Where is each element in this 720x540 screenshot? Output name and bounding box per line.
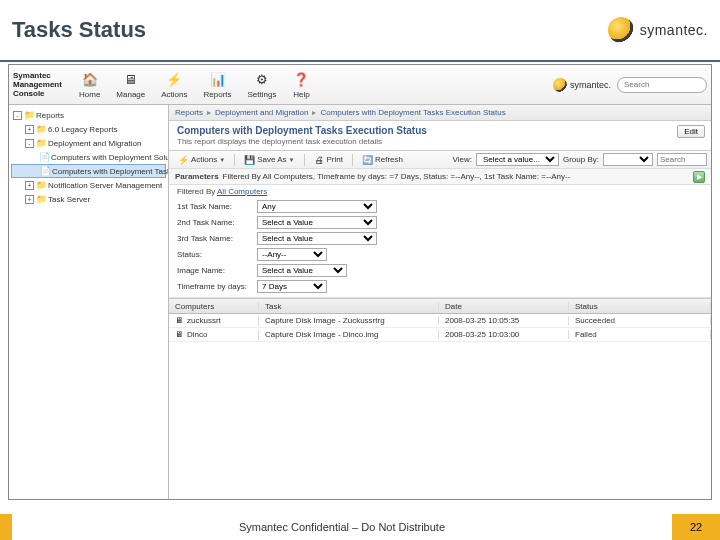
filtered-by-line: Filtered By All Computers bbox=[169, 185, 711, 198]
collapse-icon[interactable]: - bbox=[13, 111, 22, 120]
tree-leaf-deploy-solution[interactable]: 📄Computers with Deployment Solution T bbox=[11, 150, 166, 164]
folder-icon: 📁 bbox=[36, 194, 46, 204]
results-table: Computers Task Date Status 🖥zuckussrt Ca… bbox=[169, 298, 711, 342]
view-label: View: bbox=[453, 155, 472, 164]
folder-icon: 📁 bbox=[36, 138, 46, 148]
view-select[interactable]: Select a value... bbox=[476, 153, 559, 166]
status-select[interactable]: --Any-- bbox=[257, 248, 327, 261]
console-product-label: SymantecManagementConsole bbox=[13, 71, 68, 98]
chart-icon: 📊 bbox=[209, 71, 227, 89]
first-task-select[interactable]: Any bbox=[257, 200, 377, 213]
timeframe-select[interactable]: 7 Days bbox=[257, 280, 327, 293]
help-icon: ❓ bbox=[292, 71, 310, 89]
col-task[interactable]: Task bbox=[259, 302, 439, 311]
top-nav: 🏠Home 🖥Manage ⚡Actions 📊Reports ⚙Setting… bbox=[72, 68, 317, 102]
nav-home[interactable]: 🏠Home bbox=[72, 68, 107, 102]
symantec-ring-icon bbox=[608, 17, 634, 43]
param-label: 2nd Task Name: bbox=[177, 218, 257, 227]
table-row[interactable]: 🖥zuckussrt Capture Disk Image - Zuckussr… bbox=[169, 314, 711, 328]
actions-menu-button[interactable]: ⚡Actions▼ bbox=[173, 153, 230, 167]
breadcrumb-item[interactable]: Computers with Deployment Tasks Executio… bbox=[320, 108, 505, 117]
table-row[interactable]: 🖥Dinco Capture Disk Image - Dinco.img 20… bbox=[169, 328, 711, 342]
refresh-button[interactable]: 🔄Refresh bbox=[357, 153, 408, 167]
slide-footer: Symantec Confidential – Do Not Distribut… bbox=[0, 514, 720, 540]
param-label: Status: bbox=[177, 250, 257, 259]
breadcrumb-item[interactable]: Reports bbox=[175, 108, 203, 117]
slide-number: 22 bbox=[672, 514, 720, 540]
groupby-label: Group By: bbox=[563, 155, 599, 164]
symantec-ring-icon bbox=[553, 78, 567, 92]
image-name-select[interactable]: Select a Value bbox=[257, 264, 347, 277]
toolbar-search-input[interactable] bbox=[657, 153, 707, 166]
tree-node-reports[interactable]: -📁Reports bbox=[11, 108, 166, 122]
param-label: 3rd Task Name: bbox=[177, 234, 257, 243]
computer-icon: 🖥 bbox=[175, 330, 185, 340]
parameters-label: Parameters bbox=[175, 172, 219, 181]
run-report-button[interactable]: ▶ bbox=[693, 171, 705, 183]
report-main-pane: Reports▸ Deployment and Migration▸ Compu… bbox=[169, 105, 711, 499]
chevron-down-icon: ▼ bbox=[219, 157, 225, 163]
col-date[interactable]: Date bbox=[439, 302, 569, 311]
reports-tree[interactable]: -📁Reports +📁6.0 Legacy Reports -📁Deploym… bbox=[9, 105, 169, 499]
slide-header: Tasks Status symantec. bbox=[0, 0, 720, 62]
nav-reports[interactable]: 📊Reports bbox=[197, 68, 239, 102]
computer-icon: 🖥 bbox=[175, 316, 185, 326]
expand-icon[interactable]: + bbox=[25, 125, 34, 134]
nav-actions[interactable]: ⚡Actions bbox=[154, 68, 194, 102]
col-status[interactable]: Status bbox=[569, 302, 711, 311]
collapse-icon[interactable]: - bbox=[25, 139, 34, 148]
groupby-select[interactable] bbox=[603, 153, 653, 166]
param-label: Timeframe by days: bbox=[177, 282, 257, 291]
col-computers[interactable]: Computers bbox=[169, 302, 259, 311]
footer-accent bbox=[0, 514, 12, 540]
gear-icon: ⚙ bbox=[253, 71, 271, 89]
slide-title: Tasks Status bbox=[12, 17, 146, 43]
footer-text: Symantec Confidential – Do Not Distribut… bbox=[12, 514, 672, 540]
monitor-icon: 🖥 bbox=[122, 71, 140, 89]
report-toolbar: ⚡Actions▼ 💾Save As▼ 🖨Print 🔄Refresh View… bbox=[169, 151, 711, 169]
refresh-icon: 🔄 bbox=[362, 154, 373, 165]
report-title: Computers with Deployment Tasks Executio… bbox=[177, 125, 703, 136]
folder-icon: 📁 bbox=[36, 124, 46, 134]
expand-icon[interactable]: + bbox=[25, 195, 34, 204]
management-console-window: SymantecManagementConsole 🏠Home 🖥Manage … bbox=[8, 64, 712, 500]
parameter-grid: 1st Task Name:Any 2nd Task Name:Select a… bbox=[169, 198, 711, 298]
nav-manage[interactable]: 🖥Manage bbox=[109, 68, 152, 102]
console-top-bar: SymantecManagementConsole 🏠Home 🖥Manage … bbox=[9, 65, 711, 105]
print-button[interactable]: 🖨Print bbox=[309, 153, 348, 167]
report-icon: 📄 bbox=[39, 152, 49, 162]
param-label: Image Name: bbox=[177, 266, 257, 275]
nav-help[interactable]: ❓Help bbox=[285, 68, 317, 102]
breadcrumb-item[interactable]: Deployment and Migration bbox=[215, 108, 308, 117]
tree-leaf-deploy-tasks-exec[interactable]: 📄Computers with Deployment Tasks Exe bbox=[11, 164, 166, 178]
second-task-select[interactable]: Select a Value bbox=[257, 216, 377, 229]
folder-icon: 📁 bbox=[24, 110, 34, 120]
param-label: 1st Task Name: bbox=[177, 202, 257, 211]
tree-node-deployment[interactable]: -📁Deployment and Migration bbox=[11, 136, 166, 150]
parameters-bar: Parameters Filtered By All Computers, Ti… bbox=[169, 169, 711, 185]
report-icon: 📄 bbox=[40, 166, 50, 176]
third-task-select[interactable]: Select a Value bbox=[257, 232, 377, 245]
folder-icon: 📁 bbox=[36, 180, 46, 190]
edit-button[interactable]: Edit bbox=[677, 125, 705, 138]
tree-node-legacy[interactable]: +📁6.0 Legacy Reports bbox=[11, 122, 166, 136]
parameters-summary: Filtered By All Computers, Timeframe by … bbox=[223, 172, 571, 181]
tree-node-task-server[interactable]: +📁Task Server bbox=[11, 192, 166, 206]
breadcrumb: Reports▸ Deployment and Migration▸ Compu… bbox=[169, 105, 711, 121]
save-icon: 💾 bbox=[244, 154, 255, 165]
nav-settings[interactable]: ⚙Settings bbox=[241, 68, 284, 102]
table-header-row: Computers Task Date Status bbox=[169, 299, 711, 314]
expand-icon[interactable]: + bbox=[25, 181, 34, 190]
home-icon: 🏠 bbox=[81, 71, 99, 89]
symantec-logo-small: symantec. bbox=[553, 78, 611, 92]
chevron-down-icon: ▼ bbox=[289, 157, 295, 163]
bolt-icon: ⚡ bbox=[178, 154, 189, 165]
saveas-menu-button[interactable]: 💾Save As▼ bbox=[239, 153, 299, 167]
filtered-by-link[interactable]: All Computers bbox=[217, 187, 267, 196]
symantec-logo-text: symantec. bbox=[640, 22, 708, 38]
report-header: Computers with Deployment Tasks Executio… bbox=[169, 121, 711, 151]
tree-node-ns-mgmt[interactable]: +📁Notification Server Management bbox=[11, 178, 166, 192]
global-search-input[interactable] bbox=[617, 77, 707, 93]
print-icon: 🖨 bbox=[314, 154, 325, 165]
bolt-icon: ⚡ bbox=[165, 71, 183, 89]
